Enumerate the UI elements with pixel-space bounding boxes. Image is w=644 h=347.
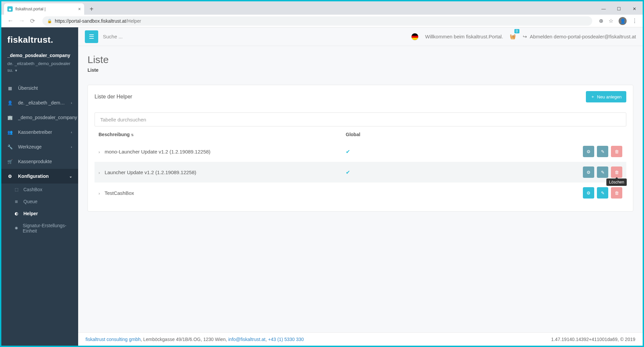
forward-button[interactable]: → bbox=[19, 17, 25, 24]
maximize-button[interactable]: ☐ bbox=[611, 3, 627, 14]
configure-button[interactable]: ⚙ bbox=[583, 146, 594, 157]
row-expander[interactable]: › bbox=[99, 150, 100, 154]
org-name: _demo_posdealer_company bbox=[1, 50, 78, 60]
cart-icon: 🛒 bbox=[7, 159, 13, 164]
row-desc: TestCashBox bbox=[105, 190, 134, 196]
cube-icon: ⬚ bbox=[15, 187, 19, 192]
star-icon[interactable]: ☆ bbox=[609, 18, 613, 24]
footer-email-link[interactable]: info@fiskaltrust.at bbox=[228, 337, 265, 342]
row-desc: Launcher Update v1.2 (1.2.19089.12258) bbox=[105, 169, 196, 175]
cart-button[interactable]: 🧺 0 bbox=[510, 34, 516, 40]
configure-button[interactable]: ⚙ bbox=[583, 187, 594, 199]
sidebar-item-configuration[interactable]: ⚙ Konfiguration ⌄ bbox=[1, 169, 78, 184]
sub-cashbox[interactable]: ⬚ CashBox bbox=[1, 184, 78, 196]
global-search[interactable]: Suche ... bbox=[103, 34, 123, 39]
configure-button[interactable]: ⚙ bbox=[583, 166, 594, 178]
browser-tab-strip: ◆ fiskaltrust.portal | × + — ☐ ✕ bbox=[1, 1, 643, 15]
window-controls: — ☐ ✕ bbox=[596, 3, 643, 15]
chevron-left-icon: ‹ bbox=[71, 101, 72, 105]
edit-button[interactable]: ✎ bbox=[597, 166, 608, 178]
profile-icon[interactable]: 👤 bbox=[619, 17, 627, 25]
col-description[interactable]: Beschreibung⇅ bbox=[99, 132, 346, 137]
helper-list-card: Liste der Helper ＋ Neu anlegen Beschreib… bbox=[88, 85, 633, 212]
gear-icon: ⚙ bbox=[587, 191, 591, 196]
breadcrumb: Liste bbox=[88, 67, 633, 73]
sidebar-toggle-button[interactable]: ☰ bbox=[85, 30, 98, 43]
delete-button[interactable]: 🗑 bbox=[611, 187, 622, 199]
flag-de-icon[interactable] bbox=[411, 33, 419, 40]
trash-icon: 🗑 bbox=[615, 149, 619, 154]
footer-phone-link[interactable]: +43 (1) 5330 330 bbox=[268, 337, 304, 342]
new-tab-button[interactable]: + bbox=[87, 4, 96, 14]
footer-company-link[interactable]: fiskaltrust consulting gmbh bbox=[86, 337, 141, 342]
zoom-icon[interactable]: ⊕ bbox=[599, 18, 603, 24]
menu-icon[interactable]: ⋮ bbox=[632, 18, 637, 24]
row-expander[interactable]: › bbox=[99, 170, 100, 175]
check-icon: ✔ bbox=[346, 169, 350, 175]
sub-signature[interactable]: ✺ Signatur-Erstellungs-Einheit bbox=[1, 220, 78, 237]
lock-icon: 🔒 bbox=[47, 19, 52, 23]
delete-button[interactable]: 🗑 bbox=[611, 146, 622, 157]
back-button[interactable]: ← bbox=[7, 17, 13, 24]
close-tab-icon[interactable]: × bbox=[78, 6, 81, 12]
pencil-icon: ✎ bbox=[601, 170, 605, 175]
table-row: › TestCashBox ⚙ ✎ 🗑 bbox=[95, 183, 626, 203]
logout-link[interactable]: ↪ Abmelden demo-portal-posdealer@fiskalt… bbox=[523, 34, 636, 40]
wrench-icon: 🔧 bbox=[7, 144, 13, 149]
gear-icon: ⚙ bbox=[587, 149, 591, 154]
welcome-text: Willkommen beim fiskaltrust.Portal. bbox=[425, 34, 503, 39]
reload-button[interactable]: ⟳ bbox=[30, 17, 35, 25]
footer-version: 1.47.19140.14392+411001da69, © 2019 bbox=[551, 337, 635, 342]
favicon: ◆ bbox=[7, 6, 13, 12]
page-title: Liste bbox=[88, 54, 633, 65]
sidebar: fiskaltrust. _demo_posdealer_company de.… bbox=[1, 27, 78, 346]
new-helper-button[interactable]: ＋ Neu anlegen bbox=[586, 91, 626, 102]
row-expander[interactable]: › bbox=[99, 191, 100, 196]
delete-button[interactable]: 🗑 Löschen bbox=[611, 166, 622, 178]
check-icon: ✔ bbox=[346, 149, 350, 154]
tooltip-delete: Löschen bbox=[606, 179, 627, 186]
row-desc: mono-Launcher Update v1.2 (1.2.19089.122… bbox=[105, 149, 210, 154]
chevron-down-icon: ⌄ bbox=[69, 174, 72, 179]
cart-badge: 0 bbox=[514, 29, 520, 33]
footer: fiskaltrust consulting gmbh, Lemböckgass… bbox=[78, 332, 643, 346]
sidebar-item-products[interactable]: 🛒 Kassenprodukte bbox=[1, 154, 78, 169]
sidebar-item-operators[interactable]: 👥 Kassenbetreiber ‹ bbox=[1, 125, 78, 139]
building-icon: 🏢 bbox=[7, 115, 13, 120]
plus-icon: ＋ bbox=[591, 94, 595, 100]
table-search-input[interactable] bbox=[95, 112, 626, 126]
cog-icon: ✺ bbox=[15, 226, 19, 231]
chevron-left-icon: ‹ bbox=[71, 130, 72, 134]
sub-helper[interactable]: ◐ Helper bbox=[1, 208, 78, 220]
browser-toolbar: ← → ⟳ 🔒 https://portal-sandbox.fiskaltru… bbox=[1, 15, 643, 27]
users-icon: 👥 bbox=[7, 130, 13, 135]
col-global: Global bbox=[346, 132, 439, 137]
caret-down-icon: ▼ bbox=[14, 69, 18, 72]
cogs-icon: ⚙ bbox=[7, 174, 13, 179]
user-switcher[interactable]: de. _elizabeth _demo_posdealer su.▼ bbox=[1, 60, 78, 81]
edit-button[interactable]: ✎ bbox=[597, 187, 608, 199]
user-icon: 👤 bbox=[7, 100, 13, 105]
trash-icon: 🗑 bbox=[615, 191, 619, 196]
edit-button[interactable]: ✎ bbox=[597, 146, 608, 157]
browser-tab[interactable]: ◆ fiskaltrust.portal | × bbox=[4, 3, 84, 15]
adjust-icon: ◐ bbox=[15, 211, 19, 216]
close-window-button[interactable]: ✕ bbox=[627, 3, 642, 14]
grid-icon: ▦ bbox=[7, 86, 13, 91]
signout-icon: ↪ bbox=[523, 34, 527, 40]
card-title: Liste der Helper bbox=[95, 94, 132, 100]
trash-icon: 🗑 bbox=[615, 170, 619, 175]
sidebar-item-company[interactable]: 🏢 _demo_posdealer_company ‹ bbox=[1, 110, 78, 125]
sidebar-item-user[interactable]: 👤 de. _elizabeth _demo_posdealer su. ‹ bbox=[1, 95, 78, 110]
sidebar-item-overview[interactable]: ▦ Übersicht bbox=[1, 81, 78, 95]
table-row: › mono-Launcher Update v1.2 (1.2.19089.1… bbox=[95, 141, 626, 162]
url-text: https://portal-sandbox.fiskaltrust.at/He… bbox=[55, 18, 141, 24]
sub-queue[interactable]: ≣ Queue bbox=[1, 196, 78, 208]
basket-icon: 🧺 bbox=[510, 34, 516, 39]
sidebar-item-tools[interactable]: 🔧 Werkzeuge ‹ bbox=[1, 139, 78, 154]
stack-icon: ≣ bbox=[15, 199, 19, 204]
minimize-button[interactable]: — bbox=[596, 3, 611, 14]
address-bar[interactable]: 🔒 https://portal-sandbox.fiskaltrust.at/… bbox=[42, 16, 592, 26]
pencil-icon: ✎ bbox=[601, 191, 605, 196]
topbar: ☰ Suche ... Willkommen beim fiskaltrust.… bbox=[78, 27, 643, 46]
